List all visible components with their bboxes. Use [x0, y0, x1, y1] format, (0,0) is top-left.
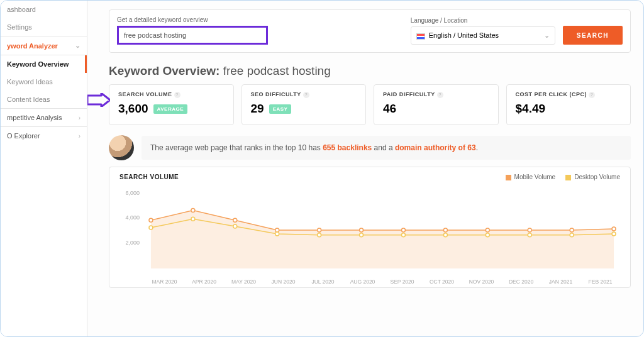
- card-title: SEO DIFFICULTY?: [251, 91, 357, 98]
- main-panel: Get a detailed keyword overview Language…: [87, 1, 643, 336]
- card-value: 29: [251, 102, 264, 116]
- svg-point-2: [233, 218, 237, 222]
- card-value: $4.49: [516, 102, 546, 116]
- card-title: COST PER CLICK (CPC)?: [516, 91, 622, 98]
- card-badge: EASY: [269, 104, 292, 114]
- svg-point-12: [149, 226, 153, 229]
- legend-desktop: Desktop Volume: [565, 174, 620, 180]
- svg-point-5: [360, 228, 364, 232]
- chevron-down-icon: ⌄: [544, 31, 550, 40]
- svg-point-19: [443, 233, 447, 237]
- sidebar-label: mpetitive Analysis: [7, 114, 62, 121]
- chart-title: SEARCH VOLUME: [119, 174, 179, 180]
- svg-point-11: [612, 227, 616, 231]
- avatar: [109, 135, 134, 160]
- chart-panel: SEARCH VOLUME Mobile Volume Desktop Volu…: [109, 167, 631, 288]
- chart-plot: [145, 188, 620, 270]
- card-badge: AVERAGE: [153, 104, 187, 114]
- legend-mobile: Mobile Volume: [506, 174, 556, 180]
- chevron-right-icon: ›: [79, 133, 80, 140]
- svg-point-13: [191, 217, 195, 221]
- card-title: PAID DIFFICULTY?: [383, 91, 489, 98]
- chart-x-axis: MAR 2020APR 2020MAY 2020JUN 2020JUL 2020…: [145, 279, 620, 285]
- sidebar-item-keyword-analyzer[interactable]: yword Analyzer ⌄: [1, 36, 87, 55]
- legend-swatch-icon: [565, 175, 571, 180]
- svg-point-10: [570, 228, 574, 232]
- svg-point-7: [443, 228, 447, 232]
- help-icon[interactable]: ?: [589, 92, 595, 98]
- sidebar-item-keyword-ideas[interactable]: Keyword Ideas: [1, 73, 87, 91]
- sidebar-item-competitive-analysis[interactable]: mpetitive Analysis ›: [1, 108, 87, 126]
- chart-legend: Mobile Volume Desktop Volume: [506, 174, 620, 180]
- help-icon[interactable]: ?: [174, 92, 180, 98]
- card-value: 3,600: [118, 102, 148, 116]
- insight-text: The average web page that ranks in the t…: [142, 136, 631, 160]
- insight-row: The average web page that ranks in the t…: [109, 135, 631, 160]
- svg-point-14: [233, 224, 237, 228]
- svg-point-6: [401, 228, 405, 232]
- card-value: 46: [383, 102, 396, 116]
- svg-point-8: [486, 228, 489, 232]
- sidebar-item-content-ideas[interactable]: Content Ideas: [1, 91, 87, 108]
- flag-us-icon: [416, 33, 425, 40]
- callout-arrow-icon: [87, 93, 110, 107]
- svg-point-18: [401, 233, 405, 237]
- keyword-input[interactable]: [117, 26, 268, 45]
- language-value: English / United States: [429, 31, 499, 39]
- chevron-down-icon: ⌄: [75, 41, 80, 50]
- svg-point-0: [149, 218, 153, 222]
- legend-swatch-icon: [506, 175, 511, 180]
- metric-cards: SEARCH VOLUME? 3,600AVERAGE SEO DIFFICUL…: [109, 84, 631, 125]
- svg-point-9: [528, 228, 531, 232]
- card-title: SEARCH VOLUME?: [118, 91, 225, 98]
- page-title: Keyword Overview: free podcast hosting: [109, 64, 631, 78]
- card-cpc: COST PER CLICK (CPC)? $4.49: [506, 84, 631, 125]
- sidebar-label: yword Analyzer: [7, 42, 58, 50]
- sidebar-item-settings[interactable]: Settings: [1, 18, 87, 36]
- svg-point-4: [318, 228, 321, 232]
- search-bar: Get a detailed keyword overview Language…: [109, 9, 631, 53]
- help-icon[interactable]: ?: [303, 92, 309, 98]
- svg-point-23: [612, 232, 616, 236]
- search-button[interactable]: SEARCH: [563, 26, 623, 45]
- chevron-right-icon: ›: [79, 114, 80, 121]
- svg-point-21: [528, 233, 531, 237]
- sidebar-item-dashboard[interactable]: ashboard: [1, 1, 87, 18]
- svg-point-15: [275, 232, 279, 236]
- sidebar-label: O Explorer: [7, 132, 40, 140]
- sidebar-item-keyword-overview[interactable]: Keyword Overview: [1, 55, 87, 73]
- svg-point-17: [360, 233, 364, 237]
- search-prompt-label: Get a detailed keyword overview: [117, 16, 403, 23]
- svg-point-20: [486, 233, 489, 237]
- language-select[interactable]: English / United States ⌄: [411, 26, 555, 45]
- page-title-prefix: Keyword Overview:: [109, 64, 219, 77]
- sidebar: ashboard Settings yword Analyzer ⌄ Keywo…: [1, 1, 87, 336]
- svg-point-1: [191, 209, 195, 213]
- card-seo-difficulty: SEO DIFFICULTY? 29EASY: [242, 84, 367, 125]
- page-title-keyword: free podcast hosting: [223, 64, 331, 77]
- svg-point-16: [318, 233, 321, 237]
- card-search-volume: SEARCH VOLUME? 3,600AVERAGE: [109, 84, 234, 125]
- language-label: Language / Location: [411, 17, 555, 24]
- svg-point-3: [275, 228, 279, 232]
- card-paid-difficulty: PAID DIFFICULTY? 46: [374, 84, 499, 125]
- svg-point-22: [570, 233, 574, 237]
- help-icon[interactable]: ?: [437, 92, 443, 98]
- sidebar-item-seo-explorer[interactable]: O Explorer ›: [1, 126, 87, 145]
